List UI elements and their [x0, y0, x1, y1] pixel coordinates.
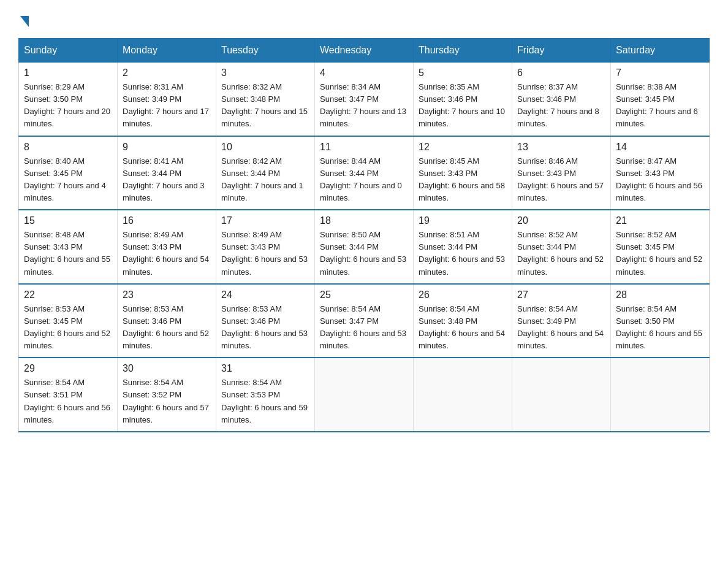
- day-number: 3: [221, 67, 309, 79]
- calendar-cell: 31 Sunrise: 8:54 AMSunset: 3:53 PMDaylig…: [216, 358, 315, 432]
- calendar-cell: 14 Sunrise: 8:47 AMSunset: 3:43 PMDaylig…: [611, 136, 710, 210]
- calendar-cell: 21 Sunrise: 8:52 AMSunset: 3:45 PMDaylig…: [611, 210, 710, 284]
- calendar-cell: 23 Sunrise: 8:53 AMSunset: 3:46 PMDaylig…: [118, 284, 216, 358]
- week-row-3: 15 Sunrise: 8:48 AMSunset: 3:43 PMDaylig…: [19, 210, 710, 284]
- week-row-2: 8 Sunrise: 8:40 AMSunset: 3:45 PMDayligh…: [19, 136, 710, 210]
- day-detail: Sunrise: 8:38 AMSunset: 3:45 PMDaylight:…: [616, 82, 698, 128]
- day-number: 15: [24, 215, 112, 226]
- day-detail: Sunrise: 8:53 AMSunset: 3:46 PMDaylight:…: [123, 304, 209, 350]
- day-detail: Sunrise: 8:48 AMSunset: 3:43 PMDaylight:…: [24, 230, 110, 276]
- calendar-cell: 7 Sunrise: 8:38 AMSunset: 3:45 PMDayligh…: [611, 63, 710, 136]
- day-number: 5: [419, 67, 507, 79]
- day-number: 11: [320, 142, 408, 153]
- page-header: [18, 12, 710, 27]
- calendar-cell: 1 Sunrise: 8:29 AMSunset: 3:50 PMDayligh…: [19, 63, 118, 136]
- day-detail: Sunrise: 8:46 AMSunset: 3:43 PMDaylight:…: [517, 156, 604, 202]
- calendar-cell: 6 Sunrise: 8:37 AMSunset: 3:46 PMDayligh…: [512, 63, 611, 136]
- day-number: 22: [24, 289, 112, 301]
- day-number: 2: [123, 67, 211, 79]
- day-number: 19: [419, 215, 507, 226]
- day-detail: Sunrise: 8:49 AMSunset: 3:43 PMDaylight:…: [221, 230, 308, 276]
- day-detail: Sunrise: 8:45 AMSunset: 3:43 PMDaylight:…: [419, 156, 505, 202]
- day-detail: Sunrise: 8:37 AMSunset: 3:46 PMDaylight:…: [517, 82, 599, 128]
- day-number: 7: [616, 67, 704, 79]
- day-number: 26: [419, 289, 507, 301]
- calendar-table: SundayMondayTuesdayWednesdayThursdayFrid…: [18, 38, 710, 432]
- header-wednesday: Wednesday: [315, 39, 414, 63]
- day-detail: Sunrise: 8:53 AMSunset: 3:45 PMDaylight:…: [24, 304, 110, 350]
- day-detail: Sunrise: 8:54 AMSunset: 3:49 PMDaylight:…: [517, 304, 604, 350]
- day-number: 1: [24, 67, 112, 79]
- day-detail: Sunrise: 8:49 AMSunset: 3:43 PMDaylight:…: [123, 230, 209, 276]
- day-number: 24: [221, 289, 309, 301]
- day-detail: Sunrise: 8:54 AMSunset: 3:51 PMDaylight:…: [24, 378, 110, 424]
- calendar-cell: 5 Sunrise: 8:35 AMSunset: 3:46 PMDayligh…: [414, 63, 512, 136]
- day-number: 17: [221, 215, 309, 226]
- calendar-cell: 30 Sunrise: 8:54 AMSunset: 3:52 PMDaylig…: [118, 358, 216, 432]
- day-number: 20: [517, 215, 605, 226]
- day-detail: Sunrise: 8:52 AMSunset: 3:45 PMDaylight:…: [616, 230, 702, 276]
- day-number: 27: [517, 289, 605, 301]
- day-number: 14: [616, 142, 704, 153]
- day-number: 12: [419, 142, 507, 153]
- week-row-5: 29 Sunrise: 8:54 AMSunset: 3:51 PMDaylig…: [19, 358, 710, 432]
- day-detail: Sunrise: 8:34 AMSunset: 3:47 PMDaylight:…: [320, 82, 406, 128]
- day-detail: Sunrise: 8:54 AMSunset: 3:53 PMDaylight:…: [221, 378, 308, 424]
- week-row-1: 1 Sunrise: 8:29 AMSunset: 3:50 PMDayligh…: [19, 63, 710, 136]
- calendar-cell: [512, 358, 611, 432]
- day-number: 25: [320, 289, 408, 301]
- calendar-cell: 15 Sunrise: 8:48 AMSunset: 3:43 PMDaylig…: [19, 210, 118, 284]
- logo-arrow-icon: [20, 16, 29, 27]
- calendar-header-row: SundayMondayTuesdayWednesdayThursdayFrid…: [19, 39, 710, 63]
- day-detail: Sunrise: 8:54 AMSunset: 3:52 PMDaylight:…: [123, 378, 209, 424]
- day-number: 21: [616, 215, 704, 226]
- logo: [18, 12, 29, 27]
- calendar-cell: 9 Sunrise: 8:41 AMSunset: 3:44 PMDayligh…: [118, 136, 216, 210]
- day-detail: Sunrise: 8:29 AMSunset: 3:50 PMDaylight:…: [24, 82, 110, 128]
- calendar-cell: 24 Sunrise: 8:53 AMSunset: 3:46 PMDaylig…: [216, 284, 315, 358]
- day-detail: Sunrise: 8:52 AMSunset: 3:44 PMDaylight:…: [517, 230, 604, 276]
- day-detail: Sunrise: 8:35 AMSunset: 3:46 PMDaylight:…: [419, 82, 505, 128]
- day-number: 6: [517, 67, 605, 79]
- calendar-cell: 22 Sunrise: 8:53 AMSunset: 3:45 PMDaylig…: [19, 284, 118, 358]
- calendar-cell: 27 Sunrise: 8:54 AMSunset: 3:49 PMDaylig…: [512, 284, 611, 358]
- calendar-cell: 20 Sunrise: 8:52 AMSunset: 3:44 PMDaylig…: [512, 210, 611, 284]
- header-saturday: Saturday: [611, 39, 710, 63]
- calendar-cell: 26 Sunrise: 8:54 AMSunset: 3:48 PMDaylig…: [414, 284, 512, 358]
- day-detail: Sunrise: 8:40 AMSunset: 3:45 PMDaylight:…: [24, 156, 106, 202]
- calendar-cell: 10 Sunrise: 8:42 AMSunset: 3:44 PMDaylig…: [216, 136, 315, 210]
- day-number: 30: [123, 363, 211, 374]
- calendar-cell: [611, 358, 710, 432]
- day-number: 23: [123, 289, 211, 301]
- day-detail: Sunrise: 8:50 AMSunset: 3:44 PMDaylight:…: [320, 230, 406, 276]
- calendar-cell: 2 Sunrise: 8:31 AMSunset: 3:49 PMDayligh…: [118, 63, 216, 136]
- calendar-cell: 29 Sunrise: 8:54 AMSunset: 3:51 PMDaylig…: [19, 358, 118, 432]
- calendar-cell: [414, 358, 512, 432]
- calendar-cell: [315, 358, 414, 432]
- header-tuesday: Tuesday: [216, 39, 315, 63]
- calendar-cell: 13 Sunrise: 8:46 AMSunset: 3:43 PMDaylig…: [512, 136, 611, 210]
- header-monday: Monday: [118, 39, 216, 63]
- day-detail: Sunrise: 8:54 AMSunset: 3:47 PMDaylight:…: [320, 304, 406, 350]
- header-friday: Friday: [512, 39, 611, 63]
- day-number: 16: [123, 215, 211, 226]
- header-thursday: Thursday: [414, 39, 512, 63]
- day-detail: Sunrise: 8:41 AMSunset: 3:44 PMDaylight:…: [123, 156, 205, 202]
- day-detail: Sunrise: 8:47 AMSunset: 3:43 PMDaylight:…: [616, 156, 702, 202]
- day-detail: Sunrise: 8:31 AMSunset: 3:49 PMDaylight:…: [123, 82, 209, 128]
- day-detail: Sunrise: 8:44 AMSunset: 3:44 PMDaylight:…: [320, 156, 402, 202]
- day-number: 18: [320, 215, 408, 226]
- day-detail: Sunrise: 8:51 AMSunset: 3:44 PMDaylight:…: [419, 230, 505, 276]
- day-detail: Sunrise: 8:42 AMSunset: 3:44 PMDaylight:…: [221, 156, 303, 202]
- day-number: 8: [24, 142, 112, 153]
- day-number: 31: [221, 363, 309, 374]
- week-row-4: 22 Sunrise: 8:53 AMSunset: 3:45 PMDaylig…: [19, 284, 710, 358]
- day-detail: Sunrise: 8:53 AMSunset: 3:46 PMDaylight:…: [221, 304, 308, 350]
- day-detail: Sunrise: 8:54 AMSunset: 3:50 PMDaylight:…: [616, 304, 702, 350]
- day-detail: Sunrise: 8:32 AMSunset: 3:48 PMDaylight:…: [221, 82, 308, 128]
- calendar-cell: 17 Sunrise: 8:49 AMSunset: 3:43 PMDaylig…: [216, 210, 315, 284]
- day-number: 13: [517, 142, 605, 153]
- day-number: 9: [123, 142, 211, 153]
- day-number: 4: [320, 67, 408, 79]
- calendar-cell: 3 Sunrise: 8:32 AMSunset: 3:48 PMDayligh…: [216, 63, 315, 136]
